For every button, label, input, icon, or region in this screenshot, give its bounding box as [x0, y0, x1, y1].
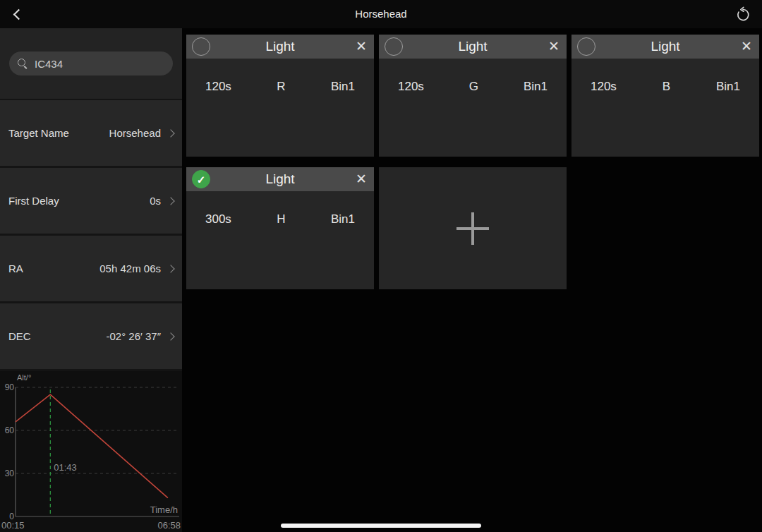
card-header: ✓ Light ✕: [186, 167, 374, 191]
top-bar: Horsehead: [0, 0, 762, 28]
reset-icon: [734, 6, 751, 23]
sidebar: Target Name Horsehead First Delay 0s RA …: [0, 28, 182, 532]
exposure-value[interactable]: 120s: [205, 80, 231, 94]
ytick: 30: [5, 468, 15, 478]
card-header: ✓ Light ✕: [379, 35, 567, 59]
exposure-value[interactable]: 120s: [398, 80, 424, 94]
selection-circle[interactable]: ✓: [192, 37, 210, 56]
chart-xlabel: Time/h: [150, 504, 178, 515]
sidebar-item-ra[interactable]: RA 05h 42m 06s: [0, 236, 182, 301]
row-value: -02° 26′ 37″: [106, 330, 161, 342]
filter-value[interactable]: B: [663, 80, 670, 94]
close-icon[interactable]: ✕: [548, 35, 560, 59]
exposure-value[interactable]: 300s: [205, 212, 231, 226]
app-screen: Horsehead Target Name Horsehead First De…: [0, 0, 762, 532]
home-indicator[interactable]: [281, 524, 481, 528]
row-label: DEC: [8, 330, 31, 342]
sidebar-item-first-delay[interactable]: First Delay 0s: [0, 168, 182, 234]
reset-button[interactable]: [732, 4, 754, 25]
finished-label: Finished: [202, 287, 247, 289]
row-label: Target Name: [8, 127, 69, 139]
card-body: 120s G Bin1 Finished 0/15: [379, 80, 567, 157]
chart-ylabel: Alt/°: [17, 373, 31, 382]
row-value: 05h 42m 06s: [99, 262, 161, 274]
filter-value[interactable]: R: [277, 80, 285, 94]
row-label: First Delay: [8, 195, 59, 207]
add-plan-card[interactable]: [379, 167, 567, 289]
filter-value[interactable]: G: [469, 80, 478, 94]
exposure-plan-card[interactable]: ✓ Light ✕ 120s R Bin1 Finished 0/150: [186, 35, 374, 157]
search-section: [0, 28, 182, 99]
exposure-plan-card[interactable]: ✓ Light ✕ 300s H Bin1 Finished 0/80: [186, 167, 374, 289]
frame-type-label: Light: [186, 167, 374, 191]
card-header: ✓ Light ✕: [186, 35, 374, 59]
card-header: ✓ Light ✕: [572, 35, 759, 59]
page-title: Horsehead: [0, 0, 762, 28]
ytick: 60: [5, 425, 15, 435]
row-label: RA: [8, 262, 23, 274]
chevron-right-icon: [167, 332, 174, 340]
sidebar-item-dec[interactable]: DEC -02° 26′ 37″: [0, 303, 182, 369]
search-icon: [18, 59, 28, 69]
finished-count: 0/15: [452, 155, 475, 157]
plus-icon: [456, 212, 489, 245]
card-body: 120s R Bin1 Finished 0/150: [186, 80, 374, 157]
selection-circle[interactable]: ✓: [192, 170, 210, 188]
card-body: 300s H Bin1 Finished 0/80: [186, 212, 374, 289]
bin-value[interactable]: Bin1: [331, 80, 355, 94]
chevron-right-icon: [167, 129, 174, 137]
xtick-end: 06:58: [157, 520, 181, 531]
finished-count: 0/150: [259, 155, 289, 157]
finished-label: Finished: [394, 155, 440, 157]
finished-label: Finished: [587, 155, 632, 157]
bin-value[interactable]: Bin1: [716, 80, 740, 94]
check-icon: ✓: [197, 174, 206, 185]
search-input[interactable]: [35, 58, 175, 70]
xtick-start: 00:15: [1, 520, 25, 531]
frame-type-label: Light: [379, 35, 567, 59]
frame-type-label: Light: [186, 35, 374, 59]
transit-time-label: 01:43: [54, 462, 77, 473]
exposure-plan-card[interactable]: ✓ Light ✕ 120s G Bin1 Finished 0/15: [379, 35, 567, 157]
chevron-right-icon: [167, 197, 174, 205]
exposure-plan-card[interactable]: ✓ Light ✕ 120s B Bin1 Finished 0/45: [572, 35, 759, 157]
frame-type-label: Light: [572, 35, 759, 59]
close-icon[interactable]: ✕: [356, 35, 367, 59]
selection-circle[interactable]: ✓: [385, 37, 403, 56]
finished-count: 0/80: [259, 287, 282, 289]
filter-value[interactable]: H: [277, 212, 285, 226]
chevron-right-icon: [167, 265, 174, 272]
search-field[interactable]: [9, 52, 173, 75]
bin-value[interactable]: Bin1: [331, 212, 355, 226]
altitude-chart: Alt/° 90 60 30 0 00:15 06:58 Time/h 0: [0, 371, 182, 532]
finished-label: Finished: [202, 155, 247, 157]
card-body: 120s B Bin1 Finished 0/45: [572, 80, 759, 157]
close-icon[interactable]: ✕: [356, 167, 367, 191]
selection-circle[interactable]: ✓: [577, 37, 595, 56]
row-value: Horsehead: [109, 127, 161, 139]
altitude-line: [16, 394, 168, 497]
row-value: 0s: [150, 195, 161, 207]
ytick: 90: [5, 382, 15, 392]
close-icon[interactable]: ✕: [741, 35, 752, 59]
sidebar-item-target-name[interactable]: Target Name Horsehead: [0, 100, 182, 166]
bin-value[interactable]: Bin1: [524, 80, 548, 94]
exposure-value[interactable]: 120s: [591, 80, 617, 94]
finished-count: 0/45: [644, 155, 667, 157]
exposure-plan-grid: ✓ Light ✕ 120s R Bin1 Finished 0/150 ✓: [186, 35, 759, 289]
